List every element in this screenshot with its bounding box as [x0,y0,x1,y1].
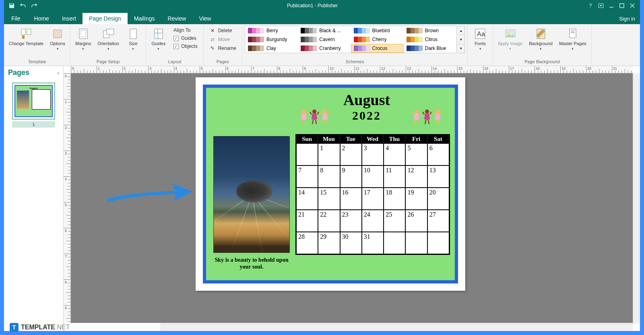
scheme-clay[interactable]: Clay [245,44,298,53]
scheme-crocus[interactable]: Crocus [351,44,404,53]
schemes-scroll-down[interactable]: ▾ [458,35,464,44]
orientation-icon [102,27,115,40]
scrollbar-vertical[interactable] [633,73,640,324]
options-button[interactable]: Options ▾ [47,26,68,52]
svg-line-43 [415,120,415,124]
change-template-button[interactable]: Change Template [6,26,46,48]
fonts-button[interactable]: Aa Fonts ▾ [470,26,490,52]
clipart-dancers-left [299,109,330,128]
svg-rect-24 [571,32,575,33]
maximize-icon[interactable] [618,2,625,9]
tab-review[interactable]: Review [161,13,192,24]
background-button[interactable]: Background ▾ [526,26,555,52]
size-button[interactable]: Size ▾ [123,26,143,52]
scrollbar-horizontal[interactable] [160,324,633,331]
scheme-citrus[interactable]: Citrus [404,35,456,44]
apply-image-button[interactable]: Apply Image ▾ [495,26,525,52]
svg-line-54 [439,120,440,124]
tab-view[interactable]: View [192,13,217,24]
tab-insert[interactable]: Insert [56,13,83,24]
annotation-arrow [102,179,195,209]
delete-page-button[interactable]: ✕Delete [208,27,238,35]
svg-rect-23 [571,31,575,31]
page-thumbnail[interactable]: August [12,83,55,120]
chevron-down-icon: ▾ [57,47,59,51]
undo-icon[interactable] [19,2,27,9]
sign-in-link[interactable]: Sign in [614,13,640,24]
svg-rect-8 [54,30,62,38]
svg-line-36 [320,112,322,114]
svg-line-47 [430,112,431,114]
scheme-cherry[interactable]: Cherry [351,35,404,44]
move-page-button[interactable]: ⇄Move [208,35,238,43]
scheme-berry[interactable]: Berry [245,26,298,35]
watermark-badge: T [10,323,19,332]
svg-point-20 [507,31,510,34]
margins-icon [77,27,90,40]
svg-line-46 [423,112,424,114]
chevron-down-icon: ▾ [572,47,574,51]
svg-rect-2 [620,4,624,8]
objects-checkbox[interactable]: ✓Objects [172,43,199,50]
guides-icon [152,27,165,40]
svg-line-34 [316,120,316,124]
scheme-black-[interactable]: Black & ... [298,26,351,35]
rename-page-button[interactable]: ✎Rename [208,44,238,52]
group-label-template: Template [6,58,68,65]
schemes-scroll-up[interactable]: ▴ [458,26,464,35]
clipart-dancers-right [411,109,443,128]
tab-file[interactable]: File [4,13,28,24]
close-icon[interactable] [629,2,636,9]
guides-checkbox[interactable]: ✓Guides [172,35,199,42]
collapse-icon[interactable]: ‹ [57,70,59,76]
svg-line-44 [418,120,419,124]
fonts-icon: Aa [474,27,487,40]
guides-button[interactable]: Guides ▾ [149,26,169,52]
image-icon [504,27,517,40]
group-label-page-background: Page Background [495,58,589,65]
ribbon-toggle-icon[interactable] [597,2,605,9]
margins-button[interactable]: Margins ▾ [73,26,93,52]
minimize-icon[interactable] [608,2,615,9]
svg-line-48 [425,120,426,124]
move-icon: ⇄ [209,36,216,43]
tab-home[interactable]: Home [28,13,56,24]
publication-page[interactable]: August 2022 [196,77,465,291]
scheme-brown[interactable]: Brown [404,26,456,35]
svg-line-42 [419,112,421,114]
redo-icon[interactable] [31,2,38,9]
options-icon [51,27,64,40]
save-icon[interactable] [8,2,15,9]
svg-line-27 [307,112,308,114]
scheme-bluebird[interactable]: Bluebird [351,26,404,35]
pages-panel-title: Pages [8,68,29,77]
scheme-cavern[interactable]: Cavern [298,35,351,44]
scheme-burgundy[interactable]: Burgundy [245,35,298,44]
svg-line-38 [323,120,324,124]
ribbon-tabs: File Home Insert Page Design Mailings Re… [4,11,640,24]
pages-panel: Pages ‹ August 1 [4,66,64,331]
tab-mailings[interactable]: Mailings [128,13,161,24]
help-icon[interactable]: ? [587,2,594,9]
svg-line-52 [440,112,442,114]
ruler-vertical [64,73,71,324]
ribbon: Change Template Options ▾ Template Margi… [4,24,640,66]
chevron-down-icon: ▾ [509,47,511,51]
svg-rect-7 [22,35,25,39]
schemes-more[interactable]: ▾ [458,44,464,53]
svg-point-50 [436,110,440,114]
scheme-cranberry[interactable]: Cranberry [298,44,351,53]
tab-page-design[interactable]: Page Design [83,13,128,24]
titlebar: Publication1 - Publisher ? [4,0,640,11]
scheme-dark-blue[interactable]: Dark Blue [404,44,456,53]
svg-line-41 [412,112,414,114]
svg-line-49 [428,120,429,124]
schemes-gallery[interactable]: BerryBlack & ...BluebirdBrownBurgundyCav… [245,26,457,53]
photo-caption: Sky is a beauty to behold upon your soul… [213,257,290,271]
orientation-button[interactable]: Orientation ▾ [95,26,122,52]
master-pages-button[interactable]: Master Pages ▾ [557,26,589,52]
svg-point-45 [425,110,429,114]
svg-rect-22 [570,29,576,38]
window-title: Publication1 - Publisher [38,3,587,8]
calendar-photo [213,136,290,253]
